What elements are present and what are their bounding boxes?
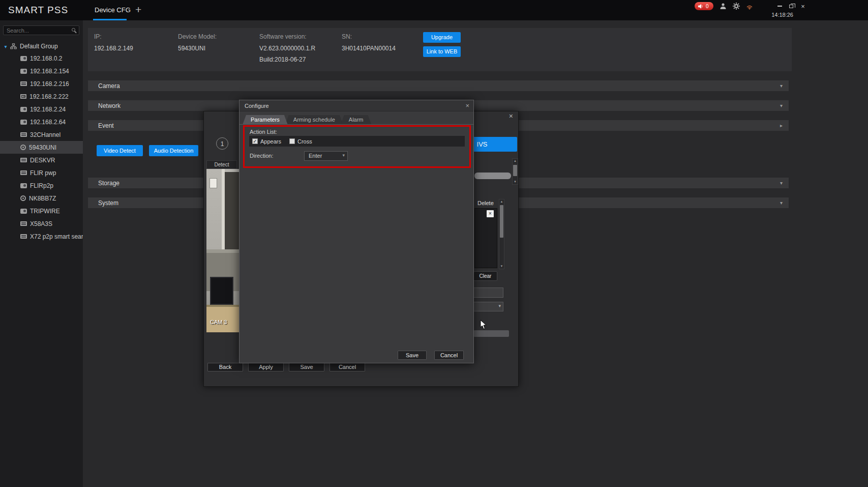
scrollbar-thumb[interactable] bbox=[474, 173, 511, 179]
sidebar-device-tripwire[interactable]: TRIPWIRE bbox=[0, 205, 83, 217]
cancel-button[interactable]: Cancel bbox=[330, 363, 365, 371]
search-input[interactable] bbox=[4, 26, 79, 35]
device-label: 192.168.2.24 bbox=[30, 106, 66, 113]
sidebar-group-default[interactable]: ▾ Default Group bbox=[0, 41, 83, 52]
ivs-close-icon[interactable]: × bbox=[509, 112, 513, 120]
camera-icon bbox=[20, 120, 27, 125]
device-label: 32CHannel bbox=[30, 131, 61, 138]
audio-detection-button[interactable]: Audio Detection bbox=[149, 145, 198, 156]
dialog-close-icon[interactable]: × bbox=[465, 100, 469, 111]
device-label: 192.168.2.216 bbox=[30, 80, 69, 88]
checked-checkbox-icon[interactable]: ✓ bbox=[252, 138, 258, 144]
add-tab-button[interactable]: + bbox=[135, 0, 141, 19]
action-list-label: Action List: bbox=[250, 129, 277, 135]
sidebar-device-192-168-2-216[interactable]: 192.168.2.216 bbox=[0, 77, 83, 90]
chevron-down-icon: ▾ bbox=[342, 153, 345, 158]
clear-button[interactable]: Clear bbox=[473, 271, 497, 281]
sidebar-device-192-168-2-24[interactable]: 192.168.2.24 bbox=[0, 103, 83, 116]
checkbox-cross[interactable]: Cross bbox=[289, 138, 312, 145]
remove-item-icon[interactable]: × bbox=[487, 210, 494, 217]
tab-arming-schedule[interactable]: Arming schedule bbox=[285, 115, 343, 125]
camera-icon bbox=[20, 209, 27, 214]
mouse-cursor bbox=[480, 320, 487, 332]
device-label: TRIPWIRE bbox=[30, 208, 60, 215]
camera-icon bbox=[20, 69, 27, 74]
sidebar-device-192-168-0-2[interactable]: 192.168.0.2 bbox=[0, 52, 83, 65]
cancel-button[interactable]: Cancel bbox=[434, 351, 464, 360]
device-label: 192.168.2.222 bbox=[29, 93, 69, 100]
scrollbar-thumb[interactable] bbox=[500, 205, 503, 238]
sidebar-device-192-168-2-64[interactable]: 192.168.2.64 bbox=[0, 116, 83, 128]
section-label: Storage bbox=[98, 180, 119, 187]
user-icon[interactable] bbox=[720, 3, 727, 10]
video-preview[interactable]: CAM 3 bbox=[206, 169, 239, 332]
network-status-icon[interactable] bbox=[746, 3, 753, 10]
checkbox-label: Cross bbox=[297, 138, 312, 145]
scrollbar-thumb[interactable] bbox=[513, 165, 517, 176]
scroll-up-icon[interactable]: ▲ bbox=[513, 159, 518, 163]
sidebar-device-32channel[interactable]: 32CHannel bbox=[0, 128, 83, 141]
unchecked-checkbox-icon[interactable] bbox=[289, 138, 295, 144]
camera-name-overlay: CAM 3 bbox=[210, 319, 227, 325]
alarm-badge[interactable]: 0 bbox=[695, 2, 713, 10]
active-tab-underline bbox=[93, 19, 127, 20]
sidebar-device-192-168-2-154[interactable]: 192.168.2.154 bbox=[0, 65, 83, 77]
tab-alarm[interactable]: Alarm bbox=[341, 115, 372, 125]
scroll-down-icon[interactable]: ▼ bbox=[499, 264, 504, 269]
device-label: 59430UNI bbox=[29, 144, 56, 151]
checkbox-label: Appears bbox=[260, 138, 281, 145]
scroll-down-icon[interactable]: ▼ bbox=[513, 180, 518, 184]
parameter-select[interactable]: ▾ bbox=[472, 302, 503, 311]
scroll-up-icon[interactable]: ▲ bbox=[499, 199, 504, 204]
minimize-button[interactable] bbox=[776, 2, 783, 10]
configure-tabs: ParametersArming scheduleAlarm bbox=[243, 115, 369, 125]
close-button[interactable]: × bbox=[799, 2, 806, 10]
alarm-count: 0 bbox=[706, 4, 709, 9]
device-label: FLIRp2p bbox=[30, 182, 53, 189]
app-window: SMART PSS Device CFG + 0 × 14:18:26 ▾ bbox=[0, 0, 868, 487]
expander-icon[interactable]: ▾ bbox=[2, 44, 9, 49]
save-button[interactable]: Save bbox=[398, 351, 427, 360]
preview-artifact bbox=[209, 178, 217, 188]
apply-button[interactable]: Apply bbox=[248, 363, 284, 371]
checkbox-appears[interactable]: ✓Appears bbox=[252, 138, 281, 145]
section-label: Event bbox=[98, 122, 114, 129]
minimize-icon bbox=[777, 6, 782, 7]
back-button[interactable]: Back bbox=[207, 363, 243, 371]
sidebar-device-192-168-2-222[interactable]: 192.168.2.222 bbox=[0, 90, 83, 103]
rule-listbox[interactable] bbox=[474, 208, 497, 268]
section-label: System bbox=[98, 199, 118, 207]
scrollbar-vertical[interactable]: ▲ ▼ bbox=[499, 199, 504, 269]
chevron-down-icon: ▾ bbox=[498, 303, 501, 308]
gear-icon[interactable] bbox=[733, 3, 740, 10]
tab-detect-region[interactable]: Detect Region bbox=[206, 160, 237, 169]
save-button[interactable]: Save bbox=[289, 363, 324, 371]
sidebar-device-59430uni[interactable]: 59430UNI bbox=[0, 141, 83, 154]
sidebar-device-flir-pwp[interactable]: FLIR pwp bbox=[0, 166, 83, 179]
nvr-icon bbox=[20, 221, 27, 226]
sidebar-device-x72-p2p-smart-searc[interactable]: X72 p2p smart searc bbox=[0, 230, 83, 243]
restore-button[interactable] bbox=[788, 2, 795, 10]
search-icon[interactable] bbox=[72, 28, 75, 32]
configure-titlebar: Configure × bbox=[240, 100, 473, 111]
scrollbar-vertical[interactable]: ▲ ▼ bbox=[512, 158, 518, 185]
video-detect-button[interactable]: Video Detect bbox=[97, 145, 143, 156]
tab-device-cfg[interactable]: Device CFG bbox=[95, 0, 131, 20]
tab-parameters[interactable]: Parameters bbox=[243, 115, 288, 125]
preview-artifact bbox=[206, 305, 239, 332]
sidebar-device-x58a3s[interactable]: X58A3S bbox=[0, 217, 83, 230]
titlebar: SMART PSS Device CFG + 0 × 14:18:26 bbox=[0, 0, 868, 20]
camera-icon bbox=[20, 107, 27, 112]
section-camera[interactable]: Camera▾ bbox=[88, 80, 789, 91]
chevron-down-icon: ▾ bbox=[780, 83, 783, 89]
sidebar-device-flirp2p[interactable]: FLIRp2p bbox=[0, 179, 83, 192]
delete-label[interactable]: Delete bbox=[477, 200, 494, 206]
chevron-right-icon: ▸ bbox=[780, 123, 783, 128]
parameter-input[interactable] bbox=[472, 288, 503, 298]
sidebar-device-deskvr[interactable]: DESKVR bbox=[0, 154, 83, 166]
sidebar-device-nk8bb7z[interactable]: NK8BB7Z bbox=[0, 192, 83, 205]
scrollbar-thumb[interactable] bbox=[473, 330, 509, 337]
direction-dropdown[interactable]: Enter ▾ bbox=[304, 151, 348, 161]
step-indicator: 1 bbox=[216, 137, 228, 150]
preview-artifact bbox=[225, 172, 239, 249]
